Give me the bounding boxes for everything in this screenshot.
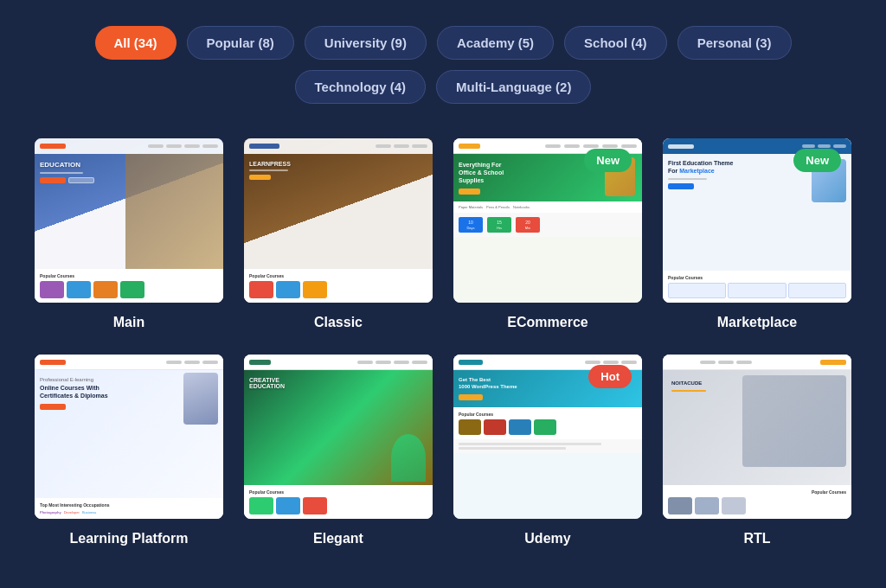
filter-row-1: All (34)Popular (8)University (9)Academy…: [35, 26, 851, 60]
card-thumbnail-rtl[interactable]: NOITACUDE Popular Courses: [663, 355, 851, 519]
card-label-rtl: RTL: [743, 531, 770, 546]
filter-btn-technology[interactable]: Technology (4): [295, 70, 427, 104]
card-label-marketplace: Marketplace: [717, 315, 798, 330]
card-thumbnail-main[interactable]: EDUCATION Popular Courses: [35, 138, 223, 303]
card-thumbnail-marketplace[interactable]: First Education ThemeFor Marketplace Pop…: [663, 138, 851, 303]
card-udemy: Get The Best1000 WordPress Theme Popular…: [453, 355, 642, 546]
card-thumbnail-ecommerce[interactable]: Everything ForOffice & SchoolSupplies Pa…: [453, 138, 642, 303]
card-ecommerce: Everything ForOffice & SchoolSupplies Pa…: [453, 138, 642, 330]
card-thumbnail-classic[interactable]: LEARNPRESS Popular Courses: [244, 138, 433, 303]
card-badge-ecommerce: New: [584, 149, 632, 172]
filter-btn-popular[interactable]: Popular (8): [187, 26, 294, 60]
filter-btn-personal[interactable]: Personal (3): [677, 26, 792, 60]
card-badge-marketplace: New: [793, 149, 841, 172]
card-thumbnail-udemy[interactable]: Get The Best1000 WordPress Theme Popular…: [453, 355, 642, 519]
filter-btn-multilang[interactable]: Multi-Language (2): [436, 70, 591, 104]
filter-btn-school[interactable]: School (4): [564, 26, 667, 60]
card-marketplace: First Education ThemeFor Marketplace Pop…: [663, 138, 851, 330]
card-thumbnail-elegant[interactable]: CREATIVEEDUCATION Popular Courses: [244, 355, 433, 519]
card-classic: LEARNPRESS Popular Courses Classic: [244, 138, 433, 330]
filter-btn-all[interactable]: All (34): [95, 26, 177, 60]
card-elegant: CREATIVEEDUCATION Popular Courses Elegan…: [244, 355, 433, 546]
card-main: EDUCATION Popular Courses: [35, 138, 223, 330]
card-label-learning-platform: Learning Platform: [70, 531, 189, 546]
card-label-udemy: Udemy: [524, 531, 570, 546]
card-badge-udemy: Hot: [588, 365, 632, 388]
filter-btn-university[interactable]: University (9): [305, 26, 427, 60]
card-label-classic: Classic: [314, 315, 363, 330]
filter-bar: All (34)Popular (8)University (9)Academy…: [35, 26, 851, 104]
card-learning-platform: Professional E-learning Online Courses W…: [35, 355, 223, 546]
card-rtl: NOITACUDE Popular Courses RTL: [663, 355, 851, 546]
filter-row-2: Technology (4)Multi-Language (2): [35, 70, 851, 104]
card-label-elegant: Elegant: [313, 531, 363, 546]
card-label-ecommerce: ECommerce: [507, 315, 587, 330]
card-label-main: Main: [113, 315, 144, 330]
filter-btn-academy[interactable]: Academy (5): [437, 26, 554, 60]
card-grid: EDUCATION Popular Courses: [35, 138, 851, 546]
card-thumbnail-learning-platform[interactable]: Professional E-learning Online Courses W…: [35, 355, 223, 519]
